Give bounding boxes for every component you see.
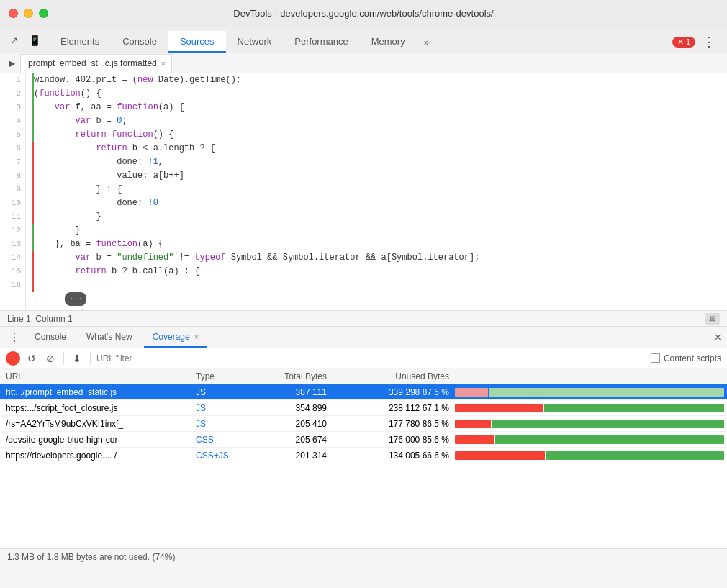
- line-num-6: 6: [0, 142, 21, 155]
- row-type-1: JS: [193, 403, 243, 413]
- traffic-lights: [9, 9, 48, 18]
- bottom-tab-bar: ⋮ Console What's New Coverage × ×: [0, 327, 727, 348]
- file-tab-close-button[interactable]: ×: [161, 59, 166, 68]
- maximize-button[interactable]: [39, 9, 48, 18]
- content-scripts-label[interactable]: Content scripts: [651, 353, 721, 363]
- line-numbers: 1 2 3 4 5 6 7 8 9 10 11 12 13 14 15 16: [0, 73, 26, 310]
- row-unused-3: 176 000 85.6 %: [330, 435, 452, 445]
- table-row[interactable]: htt.../prompt_embed_static.js JS 387 111…: [0, 384, 727, 400]
- code-line-3: var f, aa = function(a) {: [32, 101, 727, 114]
- row-bar-0: [452, 388, 727, 397]
- panel-menu-icon[interactable]: ⋮: [6, 329, 23, 346]
- line-num-15: 15: [0, 265, 21, 279]
- content-scripts-text: Content scripts: [664, 353, 721, 363]
- code-line-2: (function() {: [32, 87, 727, 101]
- format-icon[interactable]: ⊞: [705, 313, 720, 325]
- table-row[interactable]: https://developers.google.... / CSS+JS 2…: [0, 448, 727, 463]
- row-unused-4: 134 005 66.6 %: [330, 451, 452, 461]
- tab-coverage-close[interactable]: ×: [194, 333, 199, 341]
- toolbar-separator-2: [90, 352, 91, 365]
- error-count: 1: [686, 37, 690, 46]
- inspect-icon[interactable]: ↗: [6, 32, 23, 49]
- toolbar-separator-1: [63, 352, 64, 365]
- error-badge[interactable]: ✕ 1: [672, 37, 695, 48]
- line-num-5: 5: [0, 128, 21, 142]
- row-url-2: /rs=AA2YrTsM9ubCxVKI1inxf_: [0, 419, 193, 429]
- devtools-menu-button[interactable]: ⋮: [695, 31, 723, 53]
- row-total-0: 387 111: [243, 387, 330, 397]
- col-header-type: Type: [193, 371, 243, 381]
- table-row[interactable]: /rs=AA2YrTsM9ubCxVKI1inxf_ JS 205 410 17…: [0, 416, 727, 432]
- minimize-button[interactable]: [24, 9, 33, 18]
- tab-coverage-label: Coverage: [153, 332, 190, 342]
- clear-icon[interactable]: ⊘: [43, 351, 58, 366]
- tab-elements[interactable]: Elements: [49, 31, 111, 53]
- close-button[interactable]: [9, 9, 18, 18]
- close-bottom-panel-icon[interactable]: ×: [715, 331, 721, 344]
- row-unused-1: 238 112 67.1 %: [330, 403, 452, 413]
- row-unused-0: 339 298 87.6 %: [330, 387, 452, 397]
- tab-network[interactable]: Network: [226, 31, 284, 53]
- filter-separator: [646, 352, 646, 365]
- file-tab[interactable]: prompt_embed_st...c.js:formatted ×: [20, 54, 172, 73]
- line-num-1: 1: [0, 73, 21, 87]
- status-right: ⊞: [705, 313, 720, 325]
- code-line-14: var b = "undefined" != typeof Symbol && …: [32, 251, 727, 265]
- row-url-0: htt.../prompt_embed_static.js: [0, 387, 193, 397]
- row-unused-2: 177 780 86.5 %: [330, 419, 452, 429]
- device-icon[interactable]: 📱: [26, 32, 43, 49]
- row-url-1: https:.../script_foot_closure.js: [0, 403, 193, 413]
- tab-whats-new[interactable]: What's New: [78, 327, 141, 348]
- code-line-15: return b ? b.call(a) : {: [32, 265, 727, 279]
- tab-memory[interactable]: Memory: [360, 31, 417, 53]
- unused-bar-2: [492, 420, 724, 428]
- devtools-tab-list: Elements Console Sources Network Perform…: [49, 27, 436, 53]
- content-scripts-checkbox[interactable]: [651, 353, 660, 363]
- export-icon[interactable]: ⬇: [70, 351, 84, 366]
- row-bar-4: [452, 451, 727, 460]
- row-type-2: JS: [193, 419, 243, 429]
- coverage-toolbar: ↺ ⊘ ⬇ Content scripts: [0, 348, 727, 368]
- url-filter-input[interactable]: [96, 353, 641, 363]
- show-navigator-icon[interactable]: ▶: [3, 55, 20, 72]
- used-bar-0: [455, 388, 488, 397]
- tab-whats-new-label: What's New: [86, 332, 132, 342]
- row-bar-3: [452, 435, 727, 444]
- reload-icon[interactable]: ↺: [24, 351, 39, 366]
- devtools-tab-bar: ↗ 📱 Elements Console Sources Network Per…: [0, 27, 727, 53]
- code-editor: 1 2 3 4 5 6 7 8 9 10 11 12 13 14 15 16 w…: [0, 73, 727, 311]
- code-line-6: return b < a.length ? {: [32, 142, 727, 155]
- tab-console-bottom[interactable]: Console: [26, 327, 75, 348]
- title-bar: DevTools - developers.google.com/web/too…: [0, 0, 727, 27]
- code-line-8: value: a[b++]: [32, 169, 727, 183]
- table-row[interactable]: /devsite-google-blue-high-cor CSS 205 67…: [0, 432, 727, 448]
- used-bar-3: [455, 435, 494, 444]
- record-button[interactable]: [6, 351, 20, 366]
- code-line-16: ··· next: aa(a): [32, 279, 727, 292]
- used-bar-1: [455, 404, 543, 412]
- table-header: URL Type Total Bytes Unused Bytes: [0, 368, 727, 384]
- cursor-position: Line 1, Column 1: [7, 314, 73, 324]
- line-num-2: 2: [0, 87, 21, 101]
- row-url-3: /devsite-google-blue-high-cor: [0, 435, 193, 445]
- code-lines: window._402.prlt = (new Date).getTime();…: [26, 73, 727, 310]
- col-header-unused: Unused Bytes: [330, 371, 452, 381]
- file-tab-name: prompt_embed_st...c.js:formatted: [28, 58, 157, 68]
- row-type-3: CSS: [193, 435, 243, 445]
- tab-coverage[interactable]: Coverage ×: [144, 327, 207, 348]
- line-num-13: 13: [0, 238, 21, 251]
- tab-sources[interactable]: Sources: [168, 31, 226, 53]
- table-row[interactable]: https:.../script_foot_closure.js JS 354 …: [0, 400, 727, 416]
- line-num-10: 10: [0, 196, 21, 210]
- line-num-7: 7: [0, 155, 21, 169]
- tab-console[interactable]: Console: [111, 31, 168, 53]
- code-line-4: var b = 0;: [32, 114, 727, 128]
- code-line-1: window._402.prlt = (new Date).getTime();: [32, 73, 727, 87]
- file-tab-bar: ▶ prompt_embed_st...c.js:formatted ×: [0, 53, 727, 73]
- row-type-0: JS: [193, 387, 243, 397]
- tab-performance[interactable]: Performance: [283, 31, 359, 53]
- more-tabs-button[interactable]: »: [417, 31, 436, 53]
- code-line-12: }: [32, 224, 727, 238]
- col-header-url: URL: [0, 371, 193, 381]
- code-line-5: return function() {: [32, 128, 727, 142]
